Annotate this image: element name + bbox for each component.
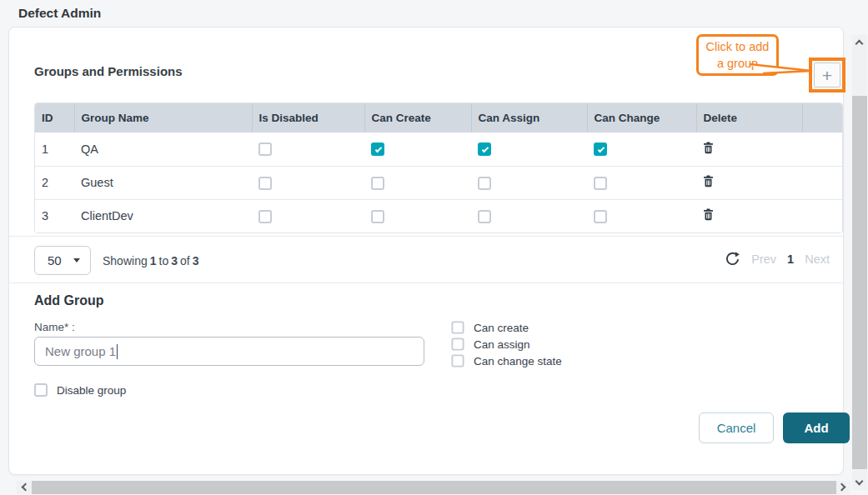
permission-checkboxes: Can create Can assign Can change state [451, 319, 562, 369]
plus-icon: + [822, 67, 832, 84]
cell-blank [802, 132, 843, 166]
table-header-row: IDGroup NameIs DisabledCan CreateCan Ass… [35, 103, 843, 132]
cell-group-name: QA [74, 132, 252, 166]
page-size-select[interactable]: 50 [34, 246, 91, 275]
tooltip-line-1: Click to add [700, 38, 775, 55]
cell-can-assign [471, 132, 587, 166]
text-cursor [117, 344, 118, 359]
can-assign-checkbox[interactable] [478, 210, 491, 223]
column-header-can-assign: Can Assign [471, 103, 587, 132]
disable-group-row: Disable group [34, 383, 126, 397]
can-create-checkbox[interactable] [371, 177, 384, 190]
add-group-button[interactable]: + [814, 62, 840, 88]
cancel-button[interactable]: Cancel [699, 412, 774, 443]
can-create-form-checkbox[interactable] [451, 321, 464, 333]
pager: Prev 1 Next [725, 251, 830, 267]
cell-delete [696, 199, 802, 232]
cell-group-name: Guest [74, 166, 252, 199]
column-header-delete: Delete [696, 103, 802, 132]
vertical-scrollbar[interactable] [852, 35, 867, 490]
trash-icon [703, 175, 714, 188]
can-change-checkbox[interactable] [594, 177, 607, 190]
can-assign-checkbox[interactable] [478, 142, 491, 156]
divider [9, 282, 843, 283]
group-name-value: New group 1 [45, 344, 116, 358]
cell-id: 3 [35, 199, 74, 232]
table-row: 1QA [35, 132, 843, 166]
disable-group-checkbox[interactable] [34, 383, 48, 397]
column-header-blank [802, 103, 843, 132]
scroll-up-icon[interactable] [855, 40, 864, 48]
add-group-form-title: Add Group [34, 293, 104, 308]
groups-permissions-panel: Groups and Permissions Click to add a gr… [8, 27, 844, 475]
page-title: Defect Admin [18, 6, 101, 21]
table-row: 2Guest [35, 166, 843, 199]
next-button[interactable]: Next [805, 252, 830, 266]
can-change-checkbox[interactable] [594, 142, 607, 156]
tooltip-pointer-icon [748, 62, 815, 76]
section-title: Groups and Permissions [34, 64, 183, 78]
prev-button[interactable]: Prev [751, 252, 776, 266]
cell-can-assign [471, 199, 587, 232]
divider [9, 236, 843, 237]
cell-id: 2 [35, 166, 74, 199]
caret-down-icon [73, 258, 80, 262]
scroll-right-icon[interactable] [838, 483, 846, 492]
trash-icon [703, 208, 714, 221]
cell-can-change [587, 199, 696, 232]
cell-delete [696, 166, 802, 199]
cell-can-assign [471, 166, 587, 199]
showing-text: Showing1to3of3 [103, 254, 201, 268]
groups-table: IDGroup NameIs DisabledCan CreateCan Ass… [34, 102, 843, 233]
is-disabled-checkbox[interactable] [258, 177, 272, 190]
name-field-label: Name* : [34, 321, 75, 333]
column-header-can-change: Can Change [587, 103, 696, 132]
scroll-down-icon[interactable] [855, 478, 864, 486]
horizontal-scroll-thumb[interactable] [32, 481, 836, 494]
check-icon [482, 146, 489, 152]
cell-id: 1 [35, 132, 74, 166]
can-assign-label: Can assign [474, 338, 530, 351]
defect-admin-screen: Defect Admin Groups and Permissions Clic… [0, 0, 868, 495]
column-header-group-name: Group Name [74, 103, 252, 132]
column-header-can-create: Can Create [364, 103, 471, 132]
cell-blank [802, 199, 843, 232]
can-assign-checkbox[interactable] [478, 177, 491, 190]
can-change-checkbox[interactable] [594, 210, 607, 223]
scroll-left-icon[interactable] [22, 483, 30, 492]
refresh-icon[interactable] [725, 251, 740, 267]
trash-icon [703, 142, 714, 154]
delete-button[interactable] [703, 208, 714, 223]
is-disabled-checkbox[interactable] [258, 142, 272, 156]
cell-is-disabled [252, 199, 364, 232]
cell-can-change [587, 132, 696, 166]
table-row: 3ClientDev [35, 199, 843, 232]
group-name-input[interactable]: New group 1 [34, 337, 424, 366]
cell-is-disabled [252, 132, 364, 166]
add-button[interactable]: Add [783, 412, 850, 443]
check-icon [375, 146, 382, 152]
groups-table-body: 1QA2Guest3ClientDev [35, 132, 843, 232]
can-change-state-form-checkbox[interactable] [451, 354, 464, 367]
cell-is-disabled [252, 166, 364, 199]
check-icon [598, 146, 605, 152]
is-disabled-checkbox[interactable] [258, 210, 272, 223]
disable-group-label: Disable group [57, 384, 126, 397]
cell-blank [802, 166, 843, 199]
cell-delete [696, 132, 802, 166]
can-change-state-label: Can change state [474, 355, 562, 368]
vertical-scroll-thumb[interactable] [852, 96, 867, 469]
can-create-checkbox[interactable] [371, 210, 384, 223]
can-create-label: Can create [474, 322, 529, 334]
column-header-id: ID [35, 103, 74, 132]
can-assign-form-checkbox[interactable] [451, 338, 464, 350]
delete-button[interactable] [703, 175, 714, 190]
cell-can-create [364, 166, 471, 199]
page-size-value: 50 [48, 253, 62, 268]
horizontal-scrollbar[interactable] [17, 481, 850, 494]
can-create-checkbox[interactable] [371, 142, 384, 156]
delete-button[interactable] [703, 142, 714, 157]
cell-can-create [364, 132, 471, 166]
cell-can-create [364, 199, 471, 232]
current-page-button[interactable]: 1 [787, 252, 794, 266]
